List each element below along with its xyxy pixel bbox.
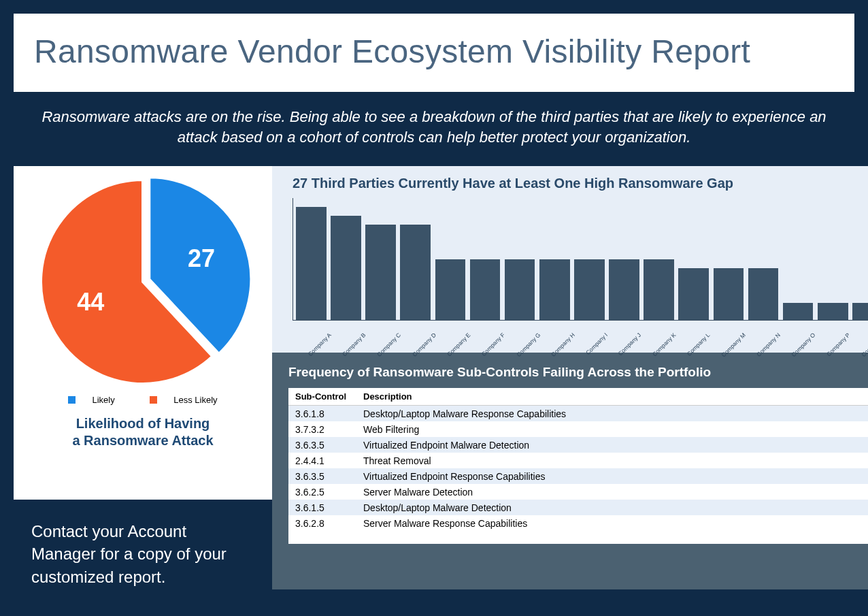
bar-title: 27 Third Parties Currently Have at Least… — [293, 176, 868, 191]
bar — [678, 268, 709, 321]
table-row: 3.6.1.8Desktop/Laptop Malware Response C… — [288, 406, 868, 422]
cell-description: Virtualized Endpoint Response Capabiliti… — [356, 468, 868, 484]
bar-labels: Company ACompany BCompany CCompany DComp… — [293, 323, 868, 330]
th-description: Description — [356, 388, 868, 406]
svg-text:44: 44 — [77, 289, 104, 317]
title-bar: Ransomware Vendor Ecosystem Visibility R… — [14, 14, 854, 92]
page-title: Ransomware Vendor Ecosystem Visibility R… — [34, 33, 834, 70]
bar — [400, 225, 431, 321]
table-card: Frequency of Ransomware Sub-Controls Fai… — [272, 353, 868, 589]
cell-subcontrol: 3.6.2.5 — [288, 484, 356, 500]
table-row: 3.6.2.5Server Malware Detection — [288, 484, 868, 500]
bar-chart — [293, 198, 868, 321]
table-axis-row: 1510 — [288, 531, 868, 544]
cell-description: Threat Removal — [356, 453, 868, 468]
legend-label-likely: Likely — [92, 395, 114, 405]
left-column: 2744 Likely Less Likely Likelihood of Ha… — [14, 166, 272, 589]
cell-description: Desktop/Laptop Malware Response Capabili… — [356, 406, 868, 422]
bar — [852, 303, 868, 321]
cell-subcontrol: 3.6.1.5 — [288, 500, 356, 515]
subcontrol-table: Sub-Control Description 3.6.1.8Desktop/L… — [288, 388, 868, 544]
th-subcontrol: Sub-Control — [288, 388, 356, 406]
bar-category-label: Company Q — [861, 331, 868, 358]
bar — [748, 268, 779, 321]
cell-subcontrol: 3.6.2.8 — [288, 515, 356, 531]
cell-subcontrol: 2.4.4.1 — [288, 453, 356, 468]
bar — [505, 259, 535, 321]
cell-description: Web Filtering — [356, 421, 868, 437]
legend-swatch-likely — [68, 396, 76, 404]
bar-card: 27 Third Parties Currently Have at Least… — [272, 166, 868, 353]
cell-description: Server Malware Response Capabilities — [356, 515, 868, 531]
legend-likely: Likely — [60, 395, 122, 405]
table-row: 3.6.1.5Desktop/Laptop Malware Detection — [288, 500, 868, 515]
cell-subcontrol: 3.6.1.8 — [288, 406, 356, 422]
legend-swatch-less-likely — [150, 396, 157, 404]
pie-card: 2744 Likely Less Likely Likelihood of Ha… — [14, 166, 272, 500]
table-header-row: Sub-Control Description — [288, 388, 868, 406]
cell-subcontrol: 3.6.3.5 — [288, 437, 356, 453]
bar — [714, 268, 744, 321]
table-row: 3.7.3.2Web Filtering — [288, 421, 868, 437]
table-row: 3.6.2.8Server Malware Response Capabilit… — [288, 515, 868, 531]
cell-description: Virtualized Endpoint Malware Detection — [356, 437, 868, 453]
bar — [644, 259, 674, 321]
table-row: 2.4.4.1Threat Removal — [288, 453, 868, 468]
table-row: 3.6.3.5Virtualized Endpoint Response Cap… — [288, 468, 868, 484]
svg-text:27: 27 — [188, 244, 215, 272]
bar — [574, 259, 605, 321]
intro-text: Ransomware attacks are on the rise. Bein… — [14, 92, 854, 166]
table-title: Frequency of Ransomware Sub-Controls Fai… — [288, 365, 868, 380]
legend-less-likely: Less Likely — [141, 395, 225, 405]
bar — [609, 259, 639, 321]
cell-subcontrol: 3.7.3.2 — [288, 421, 356, 437]
cell-description: Desktop/Laptop Malware Detection — [356, 500, 868, 515]
bar — [435, 259, 466, 321]
pie-chart: 2744 — [20, 173, 265, 391]
cell-subcontrol: 3.6.3.5 — [288, 468, 356, 484]
pie-caption: Likelihood of Havinga Ransomware Attack — [20, 415, 265, 449]
pie-legend: Likely Less Likely — [20, 395, 265, 406]
bar — [539, 259, 570, 321]
bar — [783, 303, 814, 321]
bar — [818, 303, 848, 321]
report-page: Ransomware Vendor Ecosystem Visibility R… — [0, 0, 868, 616]
bar — [296, 207, 327, 320]
table-row: 3.6.3.5Virtualized Endpoint Malware Dete… — [288, 437, 868, 453]
legend-label-less-likely: Less Likely — [173, 395, 217, 405]
content-grid: 2744 Likely Less Likely Likelihood of Ha… — [14, 166, 854, 589]
contact-note: Contact your Account Manager for a copy … — [14, 500, 272, 589]
bar — [365, 225, 396, 321]
bar — [331, 216, 361, 320]
cell-description: Server Malware Detection — [356, 484, 868, 500]
bar — [470, 259, 501, 321]
right-column: 27 Third Parties Currently Have at Least… — [272, 166, 868, 589]
